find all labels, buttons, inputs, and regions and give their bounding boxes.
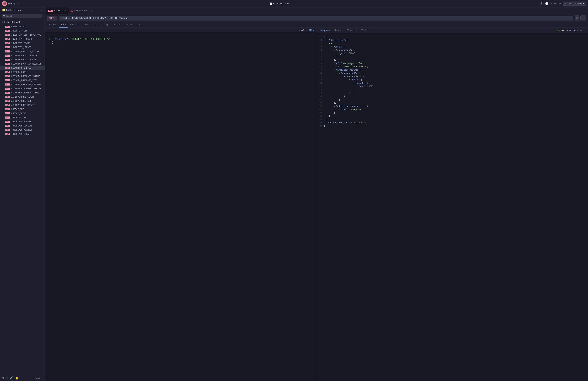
sidebar-item-economy_purchase_restore[interactable]: POSTECONOMY_PURCHASE_RESTORE: [0, 82, 44, 87]
method-badge: POST: [5, 79, 10, 81]
url-input[interactable]: [59, 16, 573, 21]
history-icon[interactable]: 🕐: [545, 2, 548, 5]
tab-economy-store-get[interactable]: POST ECONO... ✕: [46, 7, 69, 14]
sidebar-item-tutorials_get[interactable]: POSTTUTORIALS_GET: [0, 115, 44, 120]
sidebar-item-inventory_list_inventory[interactable]: POSTINVENTORY_LIST_INVENTORY: [0, 33, 44, 37]
sidebar-item-inventory_update[interactable]: POSTINVENTORY_UPDATE: [0, 45, 44, 49]
sidebar-item-energy_get[interactable]: POSTENERGY_GET: [0, 107, 44, 111]
sidebar-item-economy_placement_status[interactable]: POSTECONOMY_PLACEMENT_STATUS: [0, 87, 44, 91]
prettify-button[interactable]: Prettify: [308, 29, 314, 31]
collapse-icon[interactable]: ▼: [344, 76, 345, 78]
collection-header[interactable]: ▼ Hiro RPC API: [0, 19, 44, 25]
sidebar-item-inventory_consume[interactable]: POSTINVENTORY_CONSUME: [0, 37, 44, 41]
collapse-icon[interactable]: ▼: [326, 39, 327, 41]
resp-tab-timeline[interactable]: Timeline: [345, 28, 359, 33]
runner-icon[interactable]: ⚡: [550, 2, 552, 5]
sidebar-item-achievements_get[interactable]: POSTACHIEVEMENTS_GET: [0, 99, 44, 103]
response-meta: 200 OK 10ms 267B ⧉ ⬇: [557, 29, 586, 32]
tab-body[interactable]: Body: [59, 22, 68, 27]
tab-close-button[interactable]: ✕: [65, 9, 66, 12]
sidebar-item-economy_donation_request[interactable]: POSTECONOMY_DONATION_REQUEST: [0, 62, 44, 66]
heart-icon[interactable]: ♡: [6, 376, 8, 380]
resp-line-10: 10 "name": "New Player Offer!",: [318, 65, 586, 68]
request-code-editor[interactable]: 1 { 2 "storeType": "ECONOMY_STORE_TYPE_G…: [45, 32, 316, 381]
resp-line-7: 7 }: [318, 55, 586, 59]
tab-auth[interactable]: Auth: [81, 22, 90, 27]
sidebar-item-economy_placement_start[interactable]: POSTECONOMY_PLACEMENT_START: [0, 91, 44, 95]
sidebar-item-economy_donation_give[interactable]: POSTECONOMY_DONATION_GIVE: [0, 53, 44, 58]
link-icon[interactable]: 🔗: [10, 376, 13, 380]
tab-script[interactable]: Script: [100, 22, 112, 27]
sidebar-item-economy_donation_claim[interactable]: POSTECONOMY_DONATION_CLAIM: [0, 49, 44, 53]
environment-selector[interactable]: No Environment ▾: [563, 1, 586, 6]
method-badge: POST: [5, 75, 10, 77]
method-selector[interactable]: POST ▾: [47, 16, 57, 21]
tab-docs[interactable]: Docs: [135, 22, 144, 27]
sidebar-item-tutorials_decline[interactable]: POSTTUTORIALS_DECLINE: [0, 124, 44, 128]
method-badge: POST: [5, 84, 10, 86]
sidebar-item-economy_grant[interactable]: POSTECONOMY_GRANT: [0, 70, 44, 74]
sidebar-item-inventory_grant[interactable]: POSTINVENTORY_GRANT: [0, 41, 44, 45]
method-badge: POST: [5, 34, 10, 36]
sidebar-item-economy_purchase_intent[interactable]: POSTECONOMY_PURCHASE_INTENT: [0, 74, 44, 78]
collapse-icon[interactable]: ▼: [329, 43, 330, 45]
resp-tab-headers[interactable]: Headers: [333, 28, 345, 33]
collapse-icon[interactable]: ▼: [331, 46, 332, 48]
search-input[interactable]: [2, 14, 42, 18]
resp-line-27: 27 "current_time_sec": "1721209647": [318, 121, 586, 125]
sidebar-item-economy_store_get[interactable]: POSTECONOMY_STORE_GET: [0, 66, 44, 70]
tab-assert[interactable]: Assert: [112, 22, 124, 27]
tab-headers[interactable]: Headers: [68, 22, 81, 27]
tab-tests[interactable]: Tests: [124, 22, 134, 27]
sort-button[interactable]: ↕: [41, 9, 42, 11]
sidebar-item-achievements_claim[interactable]: POSTACHIEVEMENTS_CLAIM: [0, 95, 44, 99]
api-item-label: ECONOMY_PLACEMENT_STATUS: [11, 88, 41, 90]
collapse-icon[interactable]: ▼: [349, 79, 350, 81]
settings-icon[interactable]: ⚙: [559, 2, 561, 5]
collapse-icon[interactable]: ▼: [339, 72, 340, 74]
tab-params[interactable]: Params: [47, 22, 58, 27]
more-menu-button[interactable]: ⋯: [17, 2, 19, 5]
collapse-icon[interactable]: ▼: [334, 106, 335, 107]
resp-tab-response[interactable]: Response: [318, 28, 333, 33]
collapse-icon[interactable]: ▼: [354, 82, 355, 84]
api-item-label: TUTORIALS_ACCEPT: [11, 120, 31, 123]
tab-collection-label: Collection: [74, 9, 87, 12]
new-tab-button[interactable]: +: [89, 9, 94, 12]
tab-vars[interactable]: Vars: [91, 22, 100, 27]
copy-url-button[interactable]: ⧉: [575, 16, 579, 21]
sidebar-item-achievements_update[interactable]: POSTACHIEVEMENTS_UPDATE: [0, 103, 44, 107]
url-actions: ⧉ →: [575, 16, 586, 21]
sidebar-bottom: 👁 ♡ 🔗 🔔 v1.20.4: [0, 375, 44, 381]
resp-line-25: 25 }: [318, 115, 586, 118]
preview-icon[interactable]: 👁: [554, 2, 557, 5]
format-selector[interactable]: JSON ▾: [299, 29, 306, 31]
sidebar-item-economy_purchase_item[interactable]: POSTECONOMY_PURCHASE_ITEM: [0, 78, 44, 82]
resp-line-14: 14 ▼ "gems": {: [318, 78, 586, 82]
format-label: JSON: [299, 29, 304, 31]
tab-collection[interactable]: ⭕ Collection: [69, 7, 89, 14]
collapse-icon[interactable]: ▼: [334, 69, 335, 71]
sidebar-item-inventory_list[interactable]: POSTINVENTORY_LIST: [0, 29, 44, 33]
copy-response-button[interactable]: ⧉: [580, 29, 582, 32]
env-label: No Environment: [565, 2, 582, 5]
api-item-label: ACHIEVEMENTS_GET: [11, 100, 31, 102]
method-badge: POST: [5, 38, 10, 40]
api-item-label: ENERGY_SPEND: [11, 112, 26, 115]
resp-tab-tests[interactable]: Tests: [359, 28, 370, 33]
sidebar-item-tutorials_abandon[interactable]: POSTTUTORIALS_ABANDON: [0, 128, 44, 132]
sidebar-item-energy_spend[interactable]: POSTENERGY_SPEND: [0, 111, 44, 115]
eye-icon[interactable]: 👁: [2, 376, 5, 380]
api-item-label: TUTORIALS_UPDATE: [11, 133, 31, 135]
send-button[interactable]: →: [580, 16, 586, 21]
sidebar-item-economy_donation_get[interactable]: POSTECONOMY_DONATION_GET: [0, 58, 44, 62]
sidebar-item-unspecified[interactable]: POSTUNSPECIFIED: [0, 25, 44, 29]
collapse-icon[interactable]: ▼: [334, 49, 335, 51]
collapse-icon[interactable]: ▼: [324, 36, 325, 38]
sidebar-item-tutorials_accept[interactable]: POSTTUTORIALS_ACCEPT: [0, 120, 44, 124]
bell-icon[interactable]: 🔔: [15, 376, 19, 380]
download-response-button[interactable]: ⬇: [584, 29, 586, 32]
resp-line-1: 1 ▼ {: [318, 35, 586, 39]
sidebar-item-tutorials_update[interactable]: POSTTUTORIALS_UPDATE: [0, 132, 44, 136]
timer-icon[interactable]: ⏱: [540, 2, 543, 5]
